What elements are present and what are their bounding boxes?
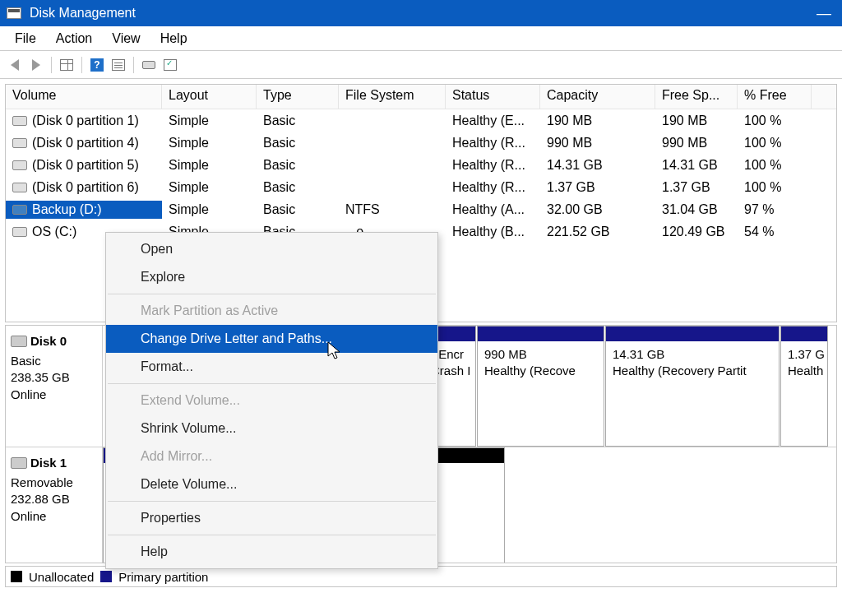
partition[interactable]: 1.37 GHealth (780, 326, 828, 447)
disk-info[interactable]: Disk 0Basic238.35 GBOnline (6, 326, 103, 447)
context-menu-item[interactable]: Shrink Volume... (106, 415, 437, 442)
volume-row[interactable]: Backup (D:)SimpleBasicNTFSHealthy (A...3… (6, 198, 836, 220)
volume-freespace: 120.49 GB (655, 223, 738, 241)
cursor-icon (327, 341, 344, 364)
forward-button[interactable] (26, 55, 46, 75)
partition-size: 14.31 GB (613, 346, 772, 363)
partition[interactable]: 14.31 GBHealthy (Recovery Partit (605, 326, 780, 447)
partition-size: 990 MB (484, 346, 597, 363)
volume-name: (Disk 0 partition 5) (32, 158, 139, 173)
partition-status: Healthy (Recove (484, 363, 597, 379)
volume-name: (Disk 0 partition 4) (32, 136, 139, 151)
volume-filesystem (339, 141, 446, 145)
volume-freespace: 31.04 GB (655, 201, 738, 219)
col-capacity[interactable]: Capacity (540, 85, 655, 109)
titlebar: Disk Management — (0, 0, 842, 26)
context-menu-item: Add Mirror... (106, 442, 437, 470)
menu-help[interactable]: Help (150, 28, 197, 49)
volume-status: Healthy (E... (446, 112, 540, 130)
partition-stripe (606, 327, 779, 341)
disk-name: Disk 1 (30, 455, 67, 471)
volume-row[interactable]: (Disk 0 partition 4)SimpleBasicHealthy (… (6, 132, 836, 154)
volume-filesystem (339, 119, 446, 123)
col-percentfree[interactable]: % Free (738, 85, 812, 109)
volume-capacity: 190 MB (540, 112, 655, 130)
partition-stripe (781, 327, 827, 341)
context-menu: OpenExploreMark Partition as ActiveChang… (105, 232, 438, 569)
menu-action[interactable]: Action (46, 28, 102, 49)
disk-type: Removable (11, 475, 97, 491)
disk-state: Online (11, 387, 97, 403)
menu-view[interactable]: View (102, 28, 150, 49)
volume-percentfree: 100 % (738, 134, 812, 152)
volume-icon (12, 205, 27, 215)
volume-capacity: 1.37 GB (540, 178, 655, 197)
toolbar: ? (0, 51, 842, 79)
volume-row[interactable]: (Disk 0 partition 6)SimpleBasicHealthy (… (6, 176, 836, 198)
col-freespace[interactable]: Free Sp... (655, 85, 738, 109)
minimize-button[interactable]: — (816, 5, 832, 22)
context-menu-item[interactable]: Open (106, 235, 437, 263)
volume-icon (12, 138, 27, 148)
col-layout[interactable]: Layout (162, 85, 257, 109)
show-hide-columns-button[interactable] (57, 55, 76, 75)
unallocated-swatch (11, 571, 22, 582)
volume-type: Basic (257, 134, 339, 152)
window-title: Disk Management (30, 6, 136, 21)
volume-list-header: Volume Layout Type File System Status Ca… (6, 85, 836, 109)
context-menu-separator (108, 535, 436, 535)
help-button[interactable]: ? (87, 55, 107, 75)
partition[interactable]: 990 MBHealthy (Recove (477, 326, 604, 447)
col-volume[interactable]: Volume (6, 85, 162, 109)
disk-info[interactable]: Disk 1Removable232.88 GBOnline (6, 447, 103, 563)
partition-status: Health (788, 363, 821, 379)
volume-filesystem (339, 186, 446, 189)
volume-type: Basic (257, 156, 339, 174)
volume-name: OS (C:) (32, 225, 76, 239)
volume-capacity: 32.00 GB (540, 201, 655, 219)
volume-status: Healthy (A... (446, 201, 540, 219)
context-menu-item[interactable]: Format... (106, 353, 437, 381)
toolbar-divider (81, 57, 82, 73)
col-status[interactable]: Status (446, 85, 540, 109)
context-menu-separator (108, 501, 436, 502)
properties-button[interactable] (160, 55, 180, 75)
disk-type: Basic (11, 353, 97, 369)
disk-size: 232.88 GB (11, 491, 97, 507)
partition-stripe (478, 327, 604, 341)
volume-name: Backup (D:) (32, 202, 101, 217)
context-menu-item[interactable]: Change Drive Letter and Paths... (106, 325, 437, 353)
volume-icon (12, 183, 27, 192)
context-menu-item[interactable]: Delete Volume... (106, 470, 437, 498)
arrow-left-icon (11, 59, 19, 71)
help-icon: ? (90, 58, 104, 72)
volume-status: Healthy (R... (446, 134, 540, 152)
menu-file[interactable]: File (5, 28, 46, 49)
volume-type: Basic (257, 201, 339, 219)
volume-icon (12, 160, 27, 170)
volume-capacity: 990 MB (540, 134, 655, 152)
volume-list[interactable]: (Disk 0 partition 1)SimpleBasicHealthy (… (6, 109, 836, 243)
context-menu-item: Extend Volume... (106, 387, 437, 415)
context-menu-item[interactable]: Help (106, 538, 437, 566)
disk-management-icon (7, 7, 21, 19)
disk-icon (11, 336, 27, 347)
context-menu-item: Mark Partition as Active (106, 297, 437, 325)
menubar: File Action View Help (0, 26, 842, 51)
context-menu-item[interactable]: Properties (106, 504, 437, 532)
disk-view-button[interactable] (139, 55, 159, 75)
context-menu-item[interactable]: Explore (106, 263, 437, 291)
back-button[interactable] (5, 55, 25, 75)
volume-status: Healthy (R... (446, 156, 540, 174)
col-filesystem[interactable]: File System (339, 85, 446, 109)
grid-icon (60, 59, 73, 71)
volume-row[interactable]: (Disk 0 partition 5)SimpleBasicHealthy (… (6, 154, 836, 176)
volume-name: (Disk 0 partition 6) (32, 180, 139, 195)
disk-name: Disk 0 (30, 333, 67, 350)
volume-icon (12, 227, 27, 237)
col-type[interactable]: Type (257, 85, 339, 109)
legend-unallocated: Unallocated (29, 570, 94, 584)
refresh-view-button[interactable] (109, 55, 128, 75)
volume-name: (Disk 0 partition 1) (32, 113, 139, 128)
volume-row[interactable]: (Disk 0 partition 1)SimpleBasicHealthy (… (6, 109, 836, 132)
